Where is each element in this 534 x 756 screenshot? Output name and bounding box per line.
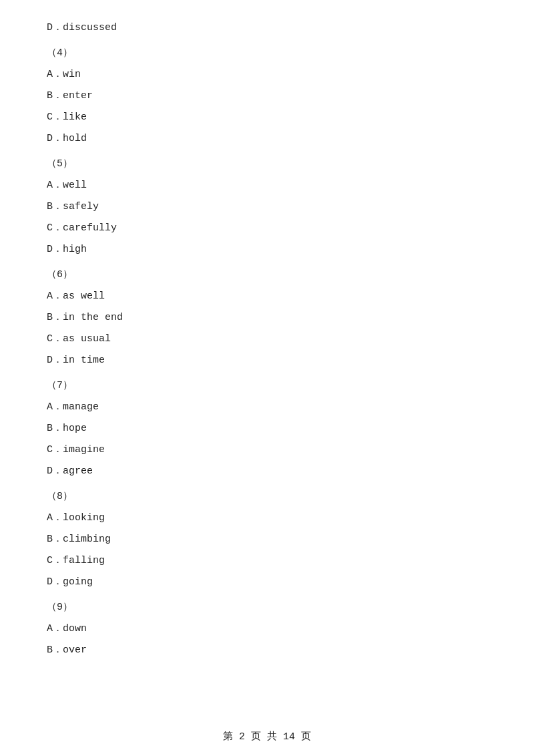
q4-option-c: C．like — [47, 110, 487, 126]
question-6-label: （6） — [47, 267, 487, 283]
q7-option-b: B．hope — [47, 421, 487, 437]
q8-option-a: A．looking — [47, 510, 487, 526]
q5-option-d: D．high — [47, 242, 487, 258]
q4-option-b: B．enter — [47, 88, 487, 104]
question-8-label: （8） — [47, 489, 487, 505]
q6-option-b: B．in the end — [47, 310, 487, 326]
q8-option-b: B．climbing — [47, 532, 487, 548]
q5-option-c: C．carefully — [47, 220, 487, 236]
q7-option-d: D．agree — [47, 463, 487, 480]
q8-option-c: C．falling — [47, 553, 487, 569]
q4-option-d: D．hold — [47, 131, 487, 147]
q9-option-a: A．down — [47, 621, 487, 637]
q8-option-d: D．going — [47, 574, 487, 590]
question-9-label: （9） — [47, 600, 487, 616]
q9-option-b: B．over — [47, 642, 487, 658]
q7-option-c: C．imagine — [47, 442, 487, 458]
option-d-discussed: D．discussed — [47, 20, 487, 36]
question-4-label: （4） — [47, 45, 487, 61]
q7-option-a: A．manage — [47, 399, 487, 415]
page-content: D．discussed （4） A．win B．enter C．like D．h… — [0, 0, 534, 704]
q6-option-c: C．as usual — [47, 331, 487, 347]
question-7-label: （7） — [47, 378, 487, 394]
q5-option-b: B．safely — [47, 199, 487, 215]
q4-option-a: A．win — [47, 67, 487, 83]
page-footer: 第 2 页 共 14 页 — [0, 730, 534, 743]
q6-option-d: D．in time — [47, 353, 487, 369]
q5-option-a: A．well — [47, 178, 487, 194]
q6-option-a: A．as well — [47, 289, 487, 305]
question-5-label: （5） — [47, 156, 487, 172]
